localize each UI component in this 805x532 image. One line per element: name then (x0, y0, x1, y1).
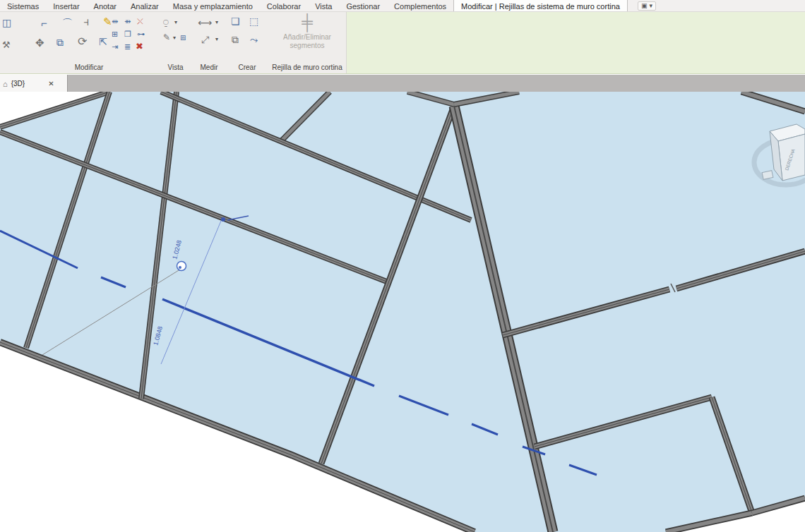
dropdown-icon[interactable]: ▾ (215, 37, 218, 42)
view-tab-label: {3D} (11, 80, 25, 87)
create-parts-icon[interactable]: ⤳ (250, 35, 258, 44)
view-tab-3d[interactable]: ⌂ {3D} ✕ (0, 75, 68, 92)
delete-icon[interactable]: ✖ (136, 42, 143, 51)
panel-label-rejilla[interactable]: Rejilla de muro cortina (268, 64, 346, 71)
3d-view-icon: ⌂ (3, 80, 8, 88)
add-remove-segments-label-1: Añadir/Eliminar (268, 33, 346, 42)
hide-layers-icon[interactable]: ⧈ (180, 32, 186, 42)
match-type-icon[interactable]: ≣ (124, 43, 131, 51)
create-group-icon[interactable]: ❏ (231, 16, 240, 26)
add-remove-segments-icon: ╪ (268, 13, 346, 32)
tab-gestionar[interactable]: Gestionar (339, 0, 387, 11)
tab-masa-emplazamiento[interactable]: Masa y emplazamiento (166, 0, 260, 11)
tab-modificar-contextual[interactable]: Modificar | Rejillas de sistema de muro … (453, 0, 628, 11)
tab-complementos[interactable]: Complementos (387, 0, 453, 11)
snap-point-dot (179, 266, 181, 269)
add-remove-segments-label-2: segmentos (268, 42, 346, 50)
delete-small-icon[interactable]: ⤬ (137, 18, 143, 25)
paint-pen-icon[interactable]: ✎ (163, 33, 170, 42)
panel-medir: ⟷ ▾ ⤢ ▾ Medir (192, 12, 227, 73)
move-icon[interactable]: ✥ (35, 37, 44, 48)
select-box-icon[interactable]: ◫ (2, 18, 11, 28)
tab-insertar[interactable]: Insertar (46, 0, 86, 11)
add-remove-segments-button[interactable]: Añadir/Eliminar segmentos (268, 33, 346, 50)
mirror-icon[interactable]: ⇻ (124, 18, 131, 25)
panel-modificar: ⌐ ⌒ ⫞ ✎ ✥ ⧉ ⟳ ⇱ ⇹ ⇻ ⤬ ⊞ ❐ ⊶ ⇥ ≣ ✖ Modifi… (19, 12, 160, 73)
drawing-area[interactable]: 1.0248 1.0848 DERECHA (0, 92, 805, 532)
panel-toggle-icon: ▣ (641, 2, 648, 9)
trim-extend-icon[interactable]: ⇥ (112, 43, 118, 51)
dropdown-icon[interactable]: ▾ (215, 20, 218, 25)
dropdown-icon: ▾ (649, 2, 652, 9)
offset-icon[interactable]: ⇹ (112, 18, 118, 25)
linework-bulb-icon[interactable]: ⍜ (163, 18, 169, 27)
panel-vista: ⍜ ▾ ✎ ▾ ⧈ Vista (159, 12, 193, 73)
dropdown-icon[interactable]: ▾ (173, 35, 176, 41)
dropdown-icon[interactable]: ▾ (174, 20, 177, 25)
measure-ruler-icon[interactable]: ⟷ (198, 18, 212, 28)
cope-icon[interactable]: ⌐ (41, 18, 47, 28)
scale-icon[interactable]: ❐ (124, 30, 131, 38)
view-tab-bar: ⌂ {3D} ✕ (0, 74, 805, 92)
3d-view[interactable]: 1.0248 1.0848 DERECHA (0, 92, 805, 532)
pin-icon[interactable]: ⊶ (137, 30, 145, 38)
cut-geometry-icon[interactable]: ⌒ (62, 18, 73, 28)
measure-between-icon[interactable]: ⤢ (201, 35, 209, 44)
rotate-icon[interactable]: ⟳ (78, 36, 87, 47)
ribbon-tab-row: Sistemas Insertar Anotar Analizar Masa y… (0, 0, 805, 12)
split-with-gap-icon[interactable]: ✎ (103, 16, 112, 27)
revit-window: { "ribbon": { "tabs": [ {"label": "Siste… (0, 0, 805, 532)
ribbon-display-toggle-button[interactable]: ▣▾ (638, 1, 656, 11)
panel-label-crear[interactable]: Crear (226, 64, 268, 71)
panel-label-vista[interactable]: Vista (159, 64, 192, 71)
array-icon[interactable]: ⊞ (112, 30, 118, 38)
dimension-handle-dot[interactable] (221, 217, 225, 222)
ribbon-body: ◫ ⚒ ⌐ ⌒ ⫞ ✎ ✥ ⧉ ⟳ ⇱ ⇹ ⇻ ⤬ ⊞ ❐ ⊶ ⇥ ≣ ✖ Mo… (0, 12, 805, 74)
panel-select-partial: ◫ ⚒ (0, 12, 20, 73)
panel-rejilla-muro-cortina: ╪ Añadir/Eliminar segmentos Rejilla de m… (268, 12, 347, 73)
viewcube-compass-marker[interactable] (762, 171, 773, 180)
create-assembly-icon[interactable]: ⧉ (232, 35, 239, 44)
create-similar-icon[interactable]: ⬚ (249, 16, 258, 26)
snap-circle (177, 262, 186, 271)
split-element-icon[interactable]: ⫞ (83, 16, 89, 28)
close-view-icon[interactable]: ✕ (48, 80, 54, 87)
tab-vista[interactable]: Vista (308, 0, 339, 11)
tab-anotar[interactable]: Anotar (87, 0, 124, 11)
copy-icon[interactable]: ⧉ (56, 37, 64, 47)
tab-sistemas[interactable]: Sistemas (0, 0, 46, 11)
panel-label-medir[interactable]: Medir (192, 64, 226, 71)
panel-crear: ❏ ⬚ ⧉ ⤳ Crear (226, 12, 269, 73)
hammer-icon[interactable]: ⚒ (2, 40, 11, 49)
tab-colaborar[interactable]: Colaborar (260, 0, 308, 11)
tab-analizar[interactable]: Analizar (124, 0, 166, 11)
align-icon[interactable]: ⇱ (99, 37, 107, 47)
panel-label-modificar[interactable]: Modificar (19, 64, 159, 71)
